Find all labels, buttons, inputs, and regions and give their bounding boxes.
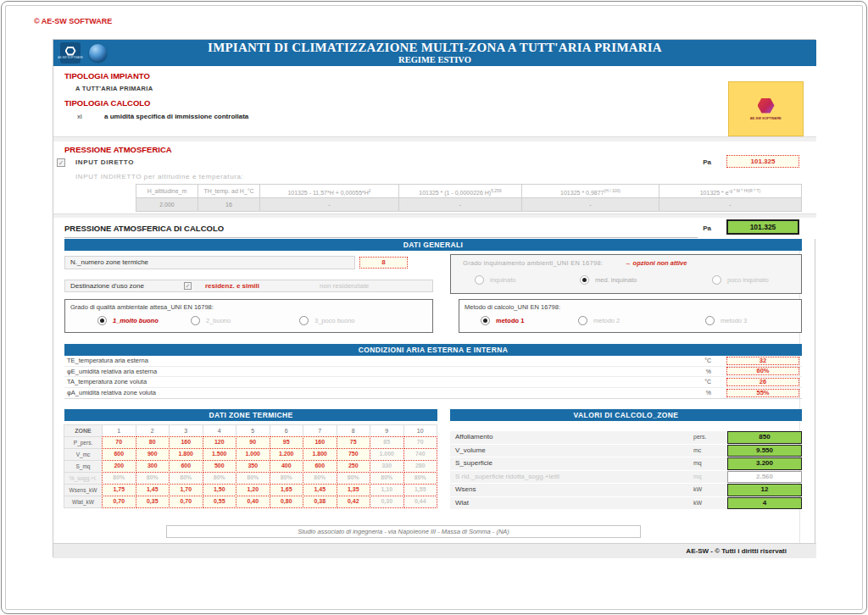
zone-cell[interactable]: 1,45 <box>136 484 170 496</box>
destinazione-row: Destinazione d'uso zone ✓ residenz. e si… <box>64 280 433 292</box>
zone-col-header: 9 <box>370 424 404 437</box>
valore-label: Wlat <box>450 497 692 510</box>
zone-cell[interactable]: 1,65 <box>270 484 304 496</box>
metodo-box: Metodo di calcolo_UNI EN 16798: metodo 1… <box>459 299 802 333</box>
zone-cell: 80% <box>169 472 203 485</box>
destinazione-option-active[interactable]: residenz. e simili <box>205 280 259 291</box>
radio-label: inquinato <box>490 276 515 284</box>
zone-cell[interactable]: 1,35 <box>337 484 371 496</box>
condition-label: φE_umidità relativa aria esterna <box>67 367 157 376</box>
zone-cell[interactable]: 1.500 <box>203 448 237 461</box>
zone-cell[interactable]: 70 <box>102 436 136 449</box>
zone-cell[interactable]: 1.000 <box>236 448 270 461</box>
tipologia-calcolo-value: a umidità specifica di immissione contro… <box>104 113 248 120</box>
zone-cell[interactable]: 1.800 <box>303 448 337 461</box>
condition-row: φE_umidità relativa aria esterna%60% <box>64 367 802 378</box>
condition-input[interactable]: 26 <box>726 378 799 386</box>
zone-cell: 1,55 <box>403 484 438 496</box>
radio-icon[interactable] <box>578 316 587 325</box>
radio-option-2-buono[interactable]: 2_buono <box>191 316 299 325</box>
zone-col-header: 6 <box>270 424 304 437</box>
zone-cell[interactable]: 80 <box>136 436 170 449</box>
zone-cell[interactable]: 900 <box>136 448 170 461</box>
pressure-formula-table: H_altitudine_mTH_temp. ad H_°C101325 - 1… <box>136 184 802 211</box>
valori-table: Affollamentopers.850V_volumemc9.550S_sup… <box>450 431 802 509</box>
zone-cell[interactable]: 1,75 <box>102 484 136 496</box>
condition-input[interactable]: 32 <box>726 357 799 365</box>
zone-cell[interactable]: 1.800 <box>169 448 203 461</box>
radio-option-metodo-1[interactable]: metodo 1 <box>481 316 578 325</box>
zone-cell[interactable]: 1,45 <box>303 484 337 496</box>
zone-cell[interactable]: 350 <box>236 460 270 473</box>
zone-cell[interactable]: 160 <box>169 436 203 449</box>
zone-cell[interactable]: 750 <box>337 448 371 461</box>
condition-input[interactable]: 60% <box>726 367 799 375</box>
zone-cell: 0,44 <box>403 496 438 508</box>
zone-cell[interactable]: 400 <box>270 460 304 473</box>
zone-cell[interactable]: 0,40 <box>236 496 270 508</box>
zone-cell: 85 <box>370 436 404 449</box>
zone-cell[interactable]: 120 <box>203 436 237 449</box>
radio-label: metodo 3 <box>721 317 747 324</box>
n-zone-input[interactable]: 8 <box>359 257 408 269</box>
zone-cell[interactable]: 250 <box>337 460 371 473</box>
pa-unit-label: Pa <box>703 158 711 166</box>
zone-cell[interactable]: 600 <box>169 460 203 473</box>
metodo-options: metodo 1metodo 2metodo 3 <box>459 316 822 325</box>
zone-cell[interactable]: 1,20 <box>236 484 270 496</box>
valore-unit: pers. <box>692 431 727 444</box>
banner-dati-generali: DATI GENERALI <box>64 239 802 251</box>
valore-output: 850 <box>727 431 802 444</box>
zone-col-header: 7 <box>303 424 337 437</box>
condition-input[interactable]: 55% <box>726 389 799 397</box>
condition-row: φA_umidità relativa zone voluta%55% <box>64 388 802 399</box>
radio-icon[interactable] <box>191 316 200 325</box>
formula-value-cell: - <box>259 197 399 212</box>
zone-cell[interactable]: 90 <box>236 436 270 449</box>
radio-option-1-molto-buono[interactable]: 1_molto buono <box>97 316 191 325</box>
zone-cell[interactable]: 75 <box>337 436 371 449</box>
valore-label: V_volume <box>450 445 692 457</box>
zone-cell[interactable]: 160 <box>303 436 337 449</box>
qualita-options: 1_molto buono2_buono3_poco buono <box>65 316 465 325</box>
valore-unit: kW <box>692 484 727 496</box>
zone-cell[interactable]: 600 <box>303 460 337 473</box>
zone-cell[interactable]: 0,70 <box>169 496 203 508</box>
destinazione-checkbox[interactable]: ✓ <box>184 282 192 290</box>
hexagon-logo-icon <box>758 98 775 114</box>
zone-cell[interactable]: 1,50 <box>203 484 237 496</box>
zone-cell[interactable]: 300 <box>136 460 170 473</box>
radio-option-3-poco-buono[interactable]: 3_poco buono <box>299 316 465 325</box>
zone-cell[interactable]: 0,55 <box>203 496 237 508</box>
zone-cell[interactable]: 0,38 <box>303 496 337 508</box>
radio-icon[interactable] <box>299 316 309 325</box>
zone-cell[interactable]: 600 <box>102 448 136 461</box>
pa-unit-label: Pa <box>703 224 711 232</box>
radio-option-metodo-2[interactable]: metodo 2 <box>578 316 705 325</box>
radio-icon[interactable] <box>481 316 490 325</box>
input-diretto-checkbox[interactable]: ✓ <box>57 158 65 167</box>
pressione-input-field[interactable]: 101.325 <box>726 155 799 168</box>
zone-cell[interactable]: 0,42 <box>337 496 371 508</box>
radio-icon[interactable] <box>705 316 715 325</box>
zone-cell[interactable]: 0,80 <box>270 496 304 508</box>
radio-option-metodo-3[interactable]: metodo 3 <box>705 316 822 325</box>
destinazione-label: Destinazione d'uso zone <box>70 282 144 290</box>
valore-label: Affollamento <box>450 431 692 444</box>
radio-icon <box>580 275 589 285</box>
condition-label: TE_temperatura aria esterna <box>67 356 148 365</box>
rights-text: AE-SW - © Tutti i diritti riservati <box>686 544 787 558</box>
zone-cell[interactable]: 200 <box>102 460 136 473</box>
radio-icon[interactable] <box>97 316 107 325</box>
zone-cell[interactable]: 500 <box>203 460 237 473</box>
banner-zone-termiche: DATI ZONE TERMICHE <box>64 409 437 421</box>
pressione-calcolo-label: PRESSIONE ATMOSFERICA DI CALCOLO <box>64 224 224 233</box>
zone-cell[interactable]: 95 <box>270 436 304 449</box>
zone-cell[interactable]: 1.200 <box>270 448 304 461</box>
zone-col-header: 1 <box>102 424 136 437</box>
zone-cell[interactable]: 0,70 <box>102 496 136 508</box>
formula-header-cell: TH_temp. ad H_°C <box>198 184 260 198</box>
zone-cell[interactable]: 0,35 <box>136 496 170 508</box>
condition-label: TA_temperatura zone voluta <box>67 377 147 386</box>
zone-cell[interactable]: 1,70 <box>169 484 203 496</box>
